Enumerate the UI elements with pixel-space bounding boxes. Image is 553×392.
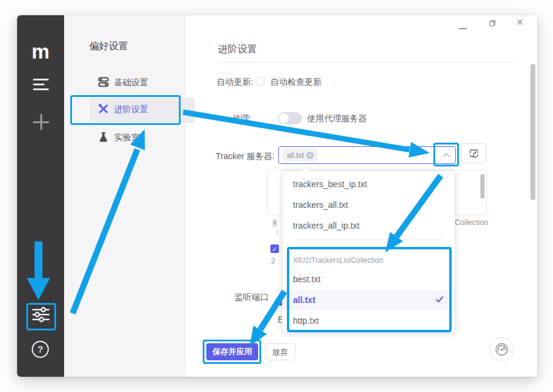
menu-item-label: 实验室 <box>114 132 140 143</box>
preferences-title: 偏好设置 <box>89 40 128 53</box>
dropdown-divider <box>295 240 444 240</box>
title-divider <box>218 62 516 63</box>
tracker-select[interactable]: all.txt ✕ <box>278 146 456 164</box>
speed-test-button[interactable] <box>490 337 514 362</box>
menu-item-label: 基础设置 <box>114 77 148 88</box>
help-text-fragment-line2: （ <box>272 227 278 235</box>
sync-text-fragment: 2 <box>271 257 275 265</box>
main-scrollbar[interactable] <box>530 64 535 200</box>
chevron-up-icon[interactable] <box>443 152 450 158</box>
discard-button[interactable]: 放弃 <box>265 343 295 360</box>
sidebar: m ? <box>17 15 64 377</box>
app-window: m ? 偏好设置 <box>17 15 537 377</box>
tracker-tag: all.txt ✕ <box>283 149 317 161</box>
dropdown-option-selected[interactable]: all.txt <box>283 290 455 310</box>
motrix-logo: m <box>23 41 58 63</box>
proxy-label: 代理: <box>206 113 251 124</box>
restore-icon <box>488 19 497 27</box>
maximize-button[interactable] <box>488 19 497 30</box>
dropdown-option[interactable]: http.txt <box>283 310 455 331</box>
menu-item-label: 进阶设置 <box>114 104 148 115</box>
auto-update-checkbox-label: 自动检查更新 <box>270 77 322 88</box>
task-list-icon[interactable] <box>31 75 51 95</box>
help-icon[interactable]: ? <box>32 341 49 358</box>
textarea-scrollbar[interactable] <box>480 174 485 199</box>
proxy-toggle-label: 使用代理服务器 <box>307 113 367 124</box>
sync-trackers-button[interactable] <box>461 143 486 163</box>
dropdown-option-label: all.txt <box>293 295 316 305</box>
check-icon <box>435 296 444 303</box>
page-title: 进阶设置 <box>218 43 257 56</box>
preferences-menu: 偏好设置 基础设置 进阶设置 <box>64 15 186 377</box>
listen-port-label: 监听端口 <box>208 292 269 303</box>
preferences-icon[interactable] <box>32 306 50 323</box>
minimize-button[interactable] <box>459 24 468 26</box>
dropdown-option[interactable]: best.txt <box>283 269 455 290</box>
toggles-icon <box>98 77 109 87</box>
dropdown-option[interactable]: trackers_best_ip.txt <box>283 174 455 194</box>
tracker-dropdown: trackers_best_ip.txt trackers_all.txt tr… <box>282 171 455 333</box>
dropdown-group-header: XIU2/TrackersListCollection <box>293 256 383 265</box>
speedometer-icon <box>494 341 510 357</box>
auto-update-label: 自动更新: <box>182 77 253 88</box>
tools-icon <box>98 104 109 114</box>
tag-remove-icon[interactable]: ✕ <box>306 152 314 159</box>
sync-icon <box>469 149 479 158</box>
dropdown-option[interactable]: trackers_all.txt <box>283 194 455 215</box>
tracker-label: Tracker 服务器: <box>200 151 275 162</box>
add-task-icon[interactable] <box>31 113 51 133</box>
tracker-tag-label: all.txt <box>287 151 304 160</box>
flask-icon <box>99 132 108 142</box>
save-apply-button[interactable]: 保存并应用 <box>206 343 258 360</box>
close-button[interactable]: × <box>516 15 524 29</box>
help-text-fragment-left: 推 <box>272 218 276 227</box>
dropdown-option[interactable]: trackers_all_ip.txt <box>283 215 455 236</box>
auto-update-checkbox[interactable] <box>256 77 264 85</box>
proxy-toggle[interactable] <box>278 112 302 124</box>
help-text-fragment-right: Collection <box>455 218 488 227</box>
auto-sync-checkbox[interactable]: ✓ <box>270 244 279 253</box>
